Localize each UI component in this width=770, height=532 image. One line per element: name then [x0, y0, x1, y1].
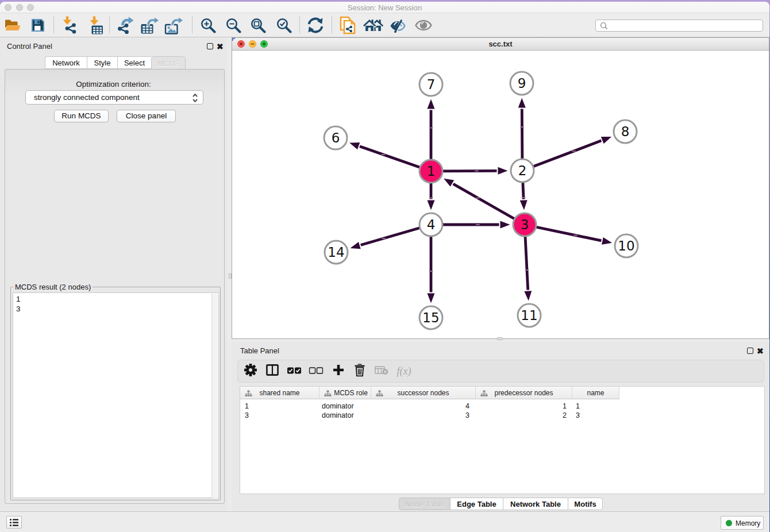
toolbar-separator — [53, 17, 54, 33]
table-float-icon[interactable] — [747, 348, 753, 354]
table-cell: 3 — [240, 411, 319, 420]
refresh-icon-glyph — [306, 17, 325, 34]
table-cell: 2 — [476, 411, 572, 420]
arrowhead-2-3 — [520, 200, 528, 210]
vertical-split-grip[interactable] — [229, 273, 232, 279]
gear-icon[interactable] — [244, 364, 257, 379]
result-scrollbar[interactable] — [211, 294, 218, 498]
save-session-icon[interactable] — [28, 16, 48, 34]
split-view-icon[interactable] — [266, 364, 279, 378]
edge-label-mark — [429, 271, 433, 272]
column-header-label: shared name — [259, 389, 299, 397]
show-details-icon-glyph — [415, 19, 432, 32]
select-all-columns-icon[interactable] — [287, 366, 302, 376]
arrowhead-1-6 — [349, 142, 360, 149]
table-cell: 1 — [240, 402, 319, 411]
edge-label-mark — [522, 197, 526, 198]
mcds-result-textarea[interactable]: 1 3 — [13, 292, 219, 498]
graph-node-label-14: 14 — [328, 245, 344, 260]
select-all-columns-icon-glyph — [287, 367, 302, 374]
graph-node-label-1: 1 — [427, 164, 436, 179]
unselect-all-columns-icon-glyph — [309, 367, 324, 374]
column-header-MCDS-role[interactable]: MCDS role — [319, 387, 371, 399]
gear-icon-glyph — [244, 364, 257, 376]
search-box — [595, 20, 763, 32]
table-tab-node-table[interactable]: Node Table — [399, 498, 450, 510]
export-network-icon[interactable] — [116, 16, 135, 34]
search-icon — [600, 22, 608, 30]
optimization-criterion-dropdown[interactable]: strongly connected component — [25, 90, 203, 105]
zoom-in-icon[interactable] — [198, 16, 218, 34]
optimization-criterion-label: Optimization criterion: — [0, 80, 227, 88]
arrowhead-1-4 — [428, 201, 435, 210]
first-neighbors-icon-glyph — [364, 18, 384, 33]
hide-details-icon[interactable] — [388, 16, 408, 34]
control-tab-network[interactable]: Network — [45, 56, 87, 69]
edge-label-mark — [572, 151, 576, 152]
table-cell: 3 — [371, 411, 476, 420]
network-canvas[interactable]: 1234678910111415 — [232, 51, 769, 338]
arrowhead-3-10 — [602, 237, 612, 245]
task-list-icon — [10, 519, 18, 526]
close-panel-button[interactable]: Close panel — [117, 110, 176, 122]
column-type-tree-icon — [376, 390, 383, 397]
table-cell: dominator — [319, 411, 371, 420]
float-panel-icon[interactable] — [207, 43, 213, 49]
zoom-selected-icon-glyph — [276, 17, 292, 33]
table-tab-network-table[interactable]: Network Table — [503, 498, 568, 510]
table-close-icon[interactable]: ✖ — [757, 348, 764, 354]
zoom-fit-icon[interactable] — [248, 16, 268, 34]
open-file-icon[interactable] — [3, 16, 22, 34]
network-graph[interactable]: 1234678910111415 — [232, 51, 769, 338]
horizontal-split-grip[interactable] — [497, 337, 502, 340]
table-tab-motifs[interactable]: Motifs — [568, 498, 603, 510]
run-mcds-button[interactable]: Run MCDS — [54, 110, 109, 122]
graph-node-label-7: 7 — [427, 77, 436, 92]
show-details-icon[interactable] — [414, 16, 433, 34]
edge-label-mark — [573, 234, 578, 236]
hide-details-icon-glyph — [390, 17, 407, 33]
control-tab-mcds[interactable]: MCDS — [151, 56, 186, 70]
task-history-button[interactable] — [6, 516, 22, 529]
import-table-icon[interactable] — [86, 16, 105, 34]
graph-node-label-9: 9 — [518, 76, 526, 91]
table-cell: 1 — [572, 402, 619, 411]
zoom-selected-icon[interactable] — [274, 16, 294, 34]
zoom-in-icon-glyph — [200, 17, 216, 33]
column-header-shared-name[interactable]: shared name — [240, 387, 319, 399]
clone-network-icon[interactable] — [338, 16, 358, 34]
toolbar-separator — [192, 17, 192, 33]
column-header-label: successor nodes — [397, 389, 449, 397]
column-header-successor-nodes[interactable]: successor nodes — [371, 387, 476, 399]
first-neighbors-icon[interactable] — [364, 16, 383, 34]
edge-2-8[interactable] — [522, 141, 601, 171]
zoom-out-icon[interactable] — [224, 16, 243, 34]
add-column-icon[interactable] — [333, 364, 344, 378]
table-cell: dominator — [319, 402, 371, 411]
delete-table-icon[interactable] — [375, 365, 388, 377]
refresh-icon[interactable] — [306, 16, 325, 34]
memory-button[interactable]: Memory — [721, 516, 764, 530]
close-panel-icon[interactable]: ✖ — [217, 43, 224, 50]
control-tab-style[interactable]: Style — [87, 56, 117, 69]
arrowhead-2-8 — [601, 137, 611, 144]
delete-column-icon[interactable] — [354, 364, 365, 379]
table-tab-edge-table[interactable]: Edge Table — [450, 498, 503, 510]
column-header-predecessor-nodes[interactable]: predecessor nodes — [476, 387, 572, 399]
control-tab-select[interactable]: Select — [117, 56, 151, 69]
control-panel-title: Control Panel — [7, 42, 52, 51]
control-panel-tabs: NetworkStyleSelectMCDS — [45, 56, 186, 70]
table-row[interactable]: 3dominator323 — [240, 411, 619, 420]
function-builder-icon[interactable]: f(x) — [397, 365, 411, 377]
export-table-icon[interactable] — [140, 16, 160, 34]
edge-label-mark — [429, 197, 433, 198]
memory-label: Memory — [736, 519, 760, 527]
table-row[interactable]: 1dominator411 — [240, 402, 619, 411]
search-input[interactable] — [611, 21, 760, 30]
export-image-icon[interactable] — [164, 16, 184, 34]
arrowhead-2-9 — [518, 98, 526, 107]
unselect-all-columns-icon[interactable] — [309, 366, 324, 376]
import-network-icon[interactable] — [60, 16, 80, 34]
column-header-name[interactable]: name — [572, 387, 619, 399]
arrowhead-4-3 — [500, 221, 510, 229]
